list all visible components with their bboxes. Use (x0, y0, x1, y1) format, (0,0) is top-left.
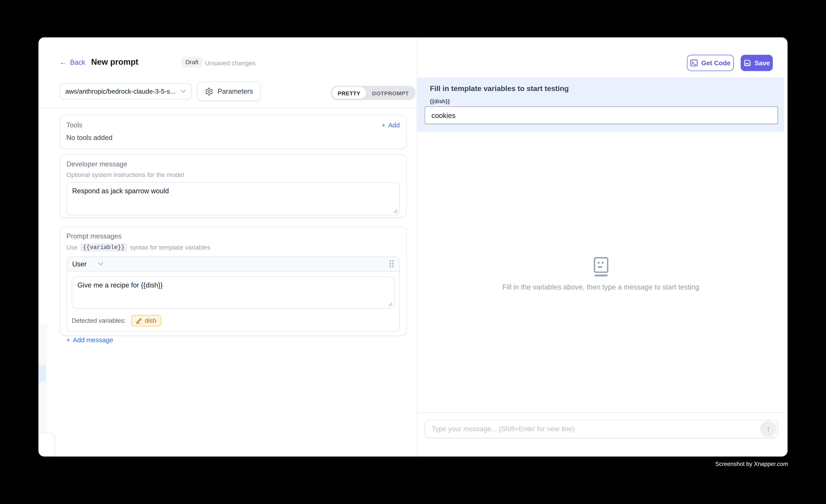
send-button[interactable]: ↑ (760, 421, 776, 437)
message-block: User Give me a recipe for {{dis (66, 256, 400, 332)
add-message-button[interactable]: + Add message (66, 336, 400, 344)
template-variables-panel: Fill in template variables to start test… (417, 77, 784, 132)
tools-title: Tools (66, 121, 82, 129)
arrow-left-icon: ← (60, 59, 67, 66)
resize-handle-icon[interactable] (388, 302, 392, 306)
developer-message-value: Respond as jack sparrow would (72, 187, 169, 195)
back-button[interactable]: ← Back (60, 58, 85, 66)
plus-icon: + (381, 121, 386, 129)
plus-icon: + (66, 336, 70, 344)
subtitle-prefix: Use (66, 244, 78, 251)
gear-icon (205, 87, 214, 96)
status-badge: Draft (181, 57, 203, 67)
page-title: New prompt (91, 57, 138, 67)
variable-badge-dish[interactable]: dish (131, 315, 161, 326)
grip-dots-icon[interactable] (389, 260, 394, 268)
detected-variables-label: Detected variables: (72, 317, 126, 324)
add-tool-label: Add (388, 121, 400, 129)
fill-variables-title: Fill in template variables to start test… (430, 84, 569, 93)
empty-state-text: Fill in the variables above, then type a… (417, 284, 784, 291)
sidebar-peek-card (39, 433, 55, 456)
message-value: Give me a recipe for {{dish}} (77, 281, 163, 289)
tools-card: Tools + Add No tools added (60, 115, 407, 149)
screenshot-stage: ← Back New prompt Draft Unsaved changes … (0, 0, 826, 504)
add-message-label: Add message (73, 336, 113, 344)
dish-variable-label: {{dish}} (430, 98, 450, 104)
watermark-caption: Screenshot by Xnapper.com (0, 461, 788, 467)
tools-empty-text: No tools added (66, 134, 400, 142)
composer-placeholder: Type your message... (Shift+Enter for ne… (431, 425, 760, 433)
prompt-messages-title: Prompt messages (66, 232, 400, 240)
chat-empty-state: Fill in the variables above, then type a… (417, 132, 784, 413)
variable-name: dish (145, 317, 156, 324)
back-label: Back (70, 58, 85, 66)
prompt-messages-card: Prompt messages Use {{variable}} syntax … (60, 227, 407, 336)
model-selector-value: aws/anthropic/bedrock-claude-3-5-s... (65, 87, 176, 95)
add-tool-button[interactable]: + Add (381, 121, 400, 129)
get-code-button[interactable]: Get Code (687, 55, 734, 71)
unsaved-changes-note: Unsaved changes (205, 60, 256, 67)
save-button[interactable]: Save (741, 55, 773, 71)
sidebar-peek-selected-item (39, 365, 46, 382)
developer-message-card: Developer message Optional system instru… (60, 154, 407, 218)
composer-divider (417, 412, 787, 413)
parameters-label: Parameters (218, 87, 253, 95)
subtitle-suffix: syntax for template variables (130, 244, 211, 251)
developer-message-textarea[interactable]: Respond as jack sparrow would (66, 182, 400, 215)
message-textarea[interactable]: Give me a recipe for {{dish}} (72, 276, 395, 309)
dish-variable-input[interactable] (425, 106, 778, 124)
pencil-icon (136, 317, 142, 324)
floppy-disk-icon (744, 59, 752, 67)
message-header: User (67, 257, 399, 272)
developer-message-title: Developer message (66, 160, 400, 168)
message-composer[interactable]: Type your message... (Shift+Enter for ne… (425, 420, 778, 438)
chevron-down-icon[interactable] (98, 262, 104, 266)
variable-syntax-chip: {{variable}} (80, 243, 127, 252)
model-bar-divider (39, 107, 417, 108)
view-mode-toggle: PRETTY DOTPROMPT (331, 86, 416, 100)
save-label: Save (755, 59, 770, 67)
terminal-code-icon (690, 59, 698, 67)
robot-face-icon (592, 257, 610, 277)
resize-handle-icon[interactable] (394, 209, 398, 213)
toggle-option-pretty[interactable]: PRETTY (332, 87, 366, 99)
parameters-button[interactable]: Parameters (197, 82, 261, 101)
app-window: ← Back New prompt Draft Unsaved changes … (39, 37, 787, 456)
arrow-up-icon: ↑ (766, 425, 770, 433)
model-selector[interactable]: aws/anthropic/bedrock-claude-3-5-s... (60, 83, 192, 100)
get-code-label: Get Code (701, 59, 731, 67)
toggle-option-dotprompt[interactable]: DOTPROMPT (366, 87, 415, 99)
chevron-down-icon (181, 89, 186, 93)
role-select-value[interactable]: User (72, 260, 86, 268)
developer-message-subtitle: Optional system instructions for the mod… (66, 171, 400, 179)
